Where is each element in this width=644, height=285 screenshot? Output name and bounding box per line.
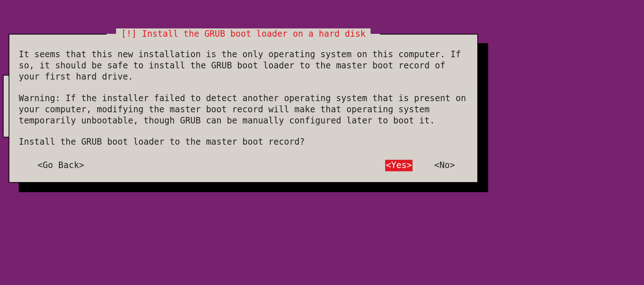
- dialog-body: It seems that this new installation is t…: [19, 49, 468, 148]
- dialog-title: [!] Install the GRUB boot loader on a ha…: [116, 28, 370, 40]
- yes-button[interactable]: <Yes>: [385, 160, 413, 171]
- grub-install-dialog: [!] Install the GRUB boot loader on a ha…: [9, 34, 478, 183]
- dialog-frame: [!] Install the GRUB boot loader on a ha…: [9, 34, 478, 183]
- dialog-paragraph-2: Warning: If the installer failed to dete…: [19, 93, 468, 127]
- dialog-paragraph-1: It seems that this new installation is t…: [19, 49, 468, 83]
- go-back-button[interactable]: <Go Back>: [37, 160, 84, 171]
- no-button[interactable]: <No>: [434, 160, 455, 171]
- dialog-paragraph-3: Install the GRUB boot loader to the mast…: [19, 136, 468, 148]
- dialog-button-row: <Go Back> <Yes> <No>: [19, 160, 468, 171]
